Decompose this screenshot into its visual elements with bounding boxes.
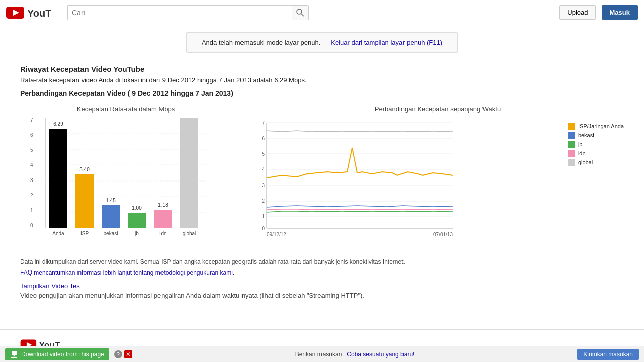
line-idn — [267, 209, 453, 210]
svg-text:1.45: 1.45 — [106, 198, 116, 203]
legend-color-isp — [568, 123, 575, 130]
upload-button[interactable]: Upload — [559, 5, 595, 20]
search-button[interactable] — [292, 5, 309, 20]
svg-line-4 — [301, 14, 304, 16]
legend: ISP/Jaringan Anda bekasi jb idn — [568, 123, 624, 166]
svg-point-3 — [297, 9, 302, 14]
legend-label-idn: idn — [578, 150, 586, 156]
help-icon[interactable]: ? — [114, 350, 122, 358]
download-label: Download video from this page — [21, 351, 104, 358]
svg-text:09/12/12: 09/12/12 — [267, 232, 286, 237]
y-axis-labels: 7 6 5 4 3 2 1 0 — [30, 118, 33, 228]
charts-container: Kecepatan Rata-rata dalam Mbps — [20, 105, 624, 248]
video-test-desc: Video pengujian akan menunjukkan informa… — [20, 292, 624, 299]
bar-global — [180, 118, 198, 228]
x-axis-labels: Anda ISP bekasi jb idn global — [45, 231, 206, 236]
svg-marker-42 — [12, 351, 17, 357]
legend-color-bekasi — [568, 132, 575, 139]
line-chart-wrapper: 7 6 5 4 3 2 1 0 — [252, 118, 624, 240]
bar-chart-title: Kecepatan Rata-rata dalam Mbps — [20, 105, 231, 113]
line-jb — [267, 211, 453, 212]
legend-item-bekasi: bekasi — [568, 132, 624, 139]
line-chart-svg: 7 6 5 4 3 2 1 0 — [252, 118, 468, 238]
header-right: Upload Masuk — [559, 5, 638, 20]
svg-text:YouTube: YouTube — [27, 8, 51, 19]
line-chart-title: Perbandingan Kecepatan sepanjang Waktu — [252, 105, 624, 113]
svg-text:1.18: 1.18 — [158, 202, 168, 208]
bottom-help-area: ? ✕ — [114, 350, 132, 358]
page-subtitle: Rata-rata kecepatan video Anda di lokasi… — [20, 76, 624, 84]
bar-isp — [75, 174, 94, 228]
search-icon — [296, 9, 304, 17]
fullscreen-banner: Anda telah memasuki mode layar penuh. Ke… — [186, 32, 458, 53]
search-input[interactable] — [67, 5, 292, 20]
legend-item-global: global — [568, 159, 624, 166]
svg-text:3: 3 — [262, 183, 265, 188]
fullscreen-message: Anda telah memasuki mode layar penuh. — [202, 39, 320, 46]
line-isp — [267, 148, 453, 178]
line-chart-section: Perbandingan Kecepatan sepanjang Waktu 7… — [252, 105, 624, 248]
bar-chart-gridlines: 6.29 3.40 1.45 1.00 1.18 — [45, 118, 206, 228]
svg-text:7: 7 — [262, 120, 265, 126]
bar-chart-section: Kecepatan Rata-rata dalam Mbps — [20, 105, 231, 248]
bar-anda — [49, 129, 67, 228]
download-video-button[interactable]: Download video from this page — [5, 348, 109, 360]
svg-text:6: 6 — [262, 136, 265, 141]
fullscreen-banner-wrapper: Anda telah memasuki mode layar penuh. Ke… — [0, 28, 644, 57]
legend-label-global: global — [578, 159, 593, 165]
svg-text:2: 2 — [262, 198, 265, 204]
line-bekasi — [267, 206, 453, 207]
coba-text: Coba sesuatu yang baru! — [347, 351, 414, 358]
masukan-text: Berikan masukan — [295, 351, 342, 358]
download-icon — [10, 350, 18, 358]
header: YouTube Upload Masuk — [0, 0, 644, 25]
bar-jb — [128, 213, 146, 228]
page-title: Riwayat Kecepatan Video YouTube — [20, 65, 624, 73]
youtube-logo: YouTube — [6, 5, 51, 21]
legend-item-idn: idn — [568, 150, 624, 157]
svg-text:07/01/13: 07/01/13 — [433, 232, 453, 237]
close-icon[interactable]: ✕ — [124, 350, 132, 358]
svg-text:6.29: 6.29 — [53, 121, 63, 127]
bottom-bar: Download video from this page ? ✕ Berika… — [0, 346, 644, 362]
search-bar — [67, 5, 309, 20]
svg-text:4: 4 — [262, 167, 265, 172]
fullscreen-exit-link[interactable]: Keluar dari tampilan layar penuh (F11) — [331, 39, 442, 46]
video-test-link[interactable]: Tampilkan Video Tes — [20, 282, 624, 290]
logo-area: YouTube — [6, 5, 51, 21]
bar-bekasi — [102, 205, 120, 228]
svg-text:3.40: 3.40 — [79, 167, 90, 172]
masuk-button[interactable]: Masuk — [602, 5, 638, 20]
legend-label-jb: jb — [578, 141, 583, 147]
bar-idn — [154, 210, 172, 228]
legend-label-isp: ISP/Jaringan Anda — [578, 123, 624, 129]
section-title: Perbandingan Kecepatan Video ( 9 Dec 201… — [20, 89, 624, 97]
info-data-note: Data ini dikumpulkan dari server video k… — [20, 258, 624, 265]
kirim-button[interactable]: Kirimkan masukan — [577, 349, 639, 360]
legend-label-bekasi: bekasi — [578, 132, 594, 138]
svg-text:0: 0 — [262, 226, 265, 231]
line-global — [267, 131, 453, 132]
svg-text:1.00: 1.00 — [132, 205, 142, 211]
bar-chart: 6.29 3.40 1.45 1.00 1.18 — [30, 118, 221, 248]
legend-color-idn — [568, 150, 575, 157]
main-content: Riwayat Kecepatan Video YouTube Rata-rat… — [0, 60, 644, 299]
legend-item-isp: ISP/Jaringan Anda — [568, 123, 624, 130]
faq-link[interactable]: FAQ mencantumkan informasi lebih lanjut … — [20, 269, 234, 276]
legend-color-global — [568, 159, 575, 166]
svg-text:5: 5 — [262, 151, 265, 157]
svg-rect-43 — [11, 357, 17, 358]
legend-item-jb: jb — [568, 141, 624, 148]
legend-color-jb — [568, 141, 575, 148]
svg-text:1: 1 — [262, 214, 265, 219]
